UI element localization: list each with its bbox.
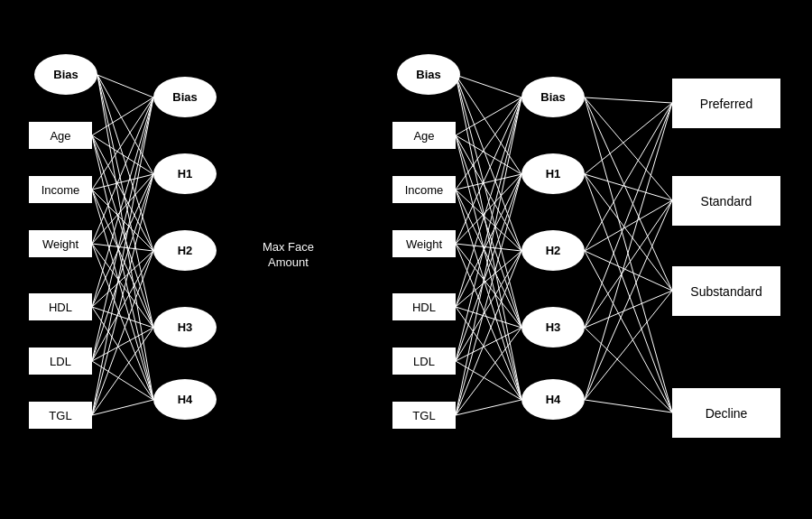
svg-line-44 xyxy=(456,135,521,400)
svg-line-64 xyxy=(456,361,521,400)
c2-bias-label: Bias xyxy=(172,90,197,104)
svg-line-19 xyxy=(92,244,153,400)
svg-line-24 xyxy=(92,307,153,400)
c4-bias-node: Bias xyxy=(397,54,460,95)
svg-line-30 xyxy=(92,97,153,415)
svg-line-52 xyxy=(456,244,521,251)
svg-line-63 xyxy=(456,328,521,361)
svg-line-66 xyxy=(456,174,521,415)
c1-income-node: Income xyxy=(29,176,92,203)
svg-line-17 xyxy=(92,244,153,251)
c6-substandard-node: Substandard xyxy=(672,266,780,316)
svg-line-89 xyxy=(585,400,672,412)
svg-line-11 xyxy=(92,174,153,190)
svg-line-57 xyxy=(456,251,521,307)
c2-h3-node: H3 xyxy=(153,307,217,348)
c4-bias-label: Bias xyxy=(416,68,440,81)
c1-income-label: Income xyxy=(42,183,80,197)
svg-line-83 xyxy=(585,200,672,328)
svg-line-26 xyxy=(92,174,153,361)
svg-line-58 xyxy=(456,307,521,328)
c1-tgl-label: TGL xyxy=(49,409,71,422)
svg-line-4 xyxy=(97,75,153,400)
svg-line-6 xyxy=(92,135,153,174)
svg-line-87 xyxy=(585,200,672,400)
svg-line-20 xyxy=(92,97,153,307)
c1-hdl-label: HDL xyxy=(49,301,72,314)
svg-line-37 xyxy=(456,75,521,251)
c1-weight-label: Weight xyxy=(42,237,78,251)
c4-income-label: Income xyxy=(405,183,444,197)
svg-line-70 xyxy=(585,97,672,103)
c4-hdl-node: HDL xyxy=(392,293,456,320)
svg-line-84 xyxy=(585,291,672,328)
c2-h3-label: H3 xyxy=(178,320,193,334)
svg-line-85 xyxy=(585,328,672,412)
svg-line-45 xyxy=(456,97,521,190)
c5-h1-label: H1 xyxy=(546,167,561,181)
svg-line-14 xyxy=(92,190,153,400)
svg-line-15 xyxy=(92,97,153,244)
svg-line-10 xyxy=(92,97,153,190)
svg-line-41 xyxy=(456,135,521,174)
c4-age-node: Age xyxy=(392,122,456,149)
svg-line-81 xyxy=(585,251,672,412)
svg-line-13 xyxy=(92,190,153,328)
c4-weight-node: Weight xyxy=(392,230,456,257)
svg-line-40 xyxy=(456,97,521,135)
c4-income-node: Income xyxy=(392,176,456,203)
svg-line-75 xyxy=(585,174,672,200)
svg-line-55 xyxy=(456,97,521,307)
svg-line-42 xyxy=(456,135,521,251)
svg-line-59 xyxy=(456,307,521,400)
svg-line-61 xyxy=(456,174,521,361)
svg-line-43 xyxy=(456,135,521,328)
c2-h2-label: H2 xyxy=(178,244,193,257)
c1-hdl-node: HDL xyxy=(29,293,92,320)
c6-substandard-label: Substandard xyxy=(690,284,761,299)
c5-h1-node: H1 xyxy=(521,153,585,194)
c1-age-node: Age xyxy=(29,122,92,149)
c2-h1-node: H1 xyxy=(153,153,217,194)
svg-line-38 xyxy=(456,75,521,328)
svg-line-82 xyxy=(585,103,672,328)
svg-line-77 xyxy=(585,174,672,412)
c5-h4-label: H4 xyxy=(546,393,561,406)
c1-tgl-node: TGL xyxy=(29,402,92,429)
svg-line-56 xyxy=(456,174,521,307)
svg-line-27 xyxy=(92,251,153,361)
svg-line-9 xyxy=(92,135,153,400)
svg-line-72 xyxy=(585,97,672,291)
svg-line-34 xyxy=(92,400,153,415)
c5-h4-node: H4 xyxy=(521,379,585,420)
svg-line-74 xyxy=(585,103,672,174)
svg-line-86 xyxy=(585,103,672,400)
c4-weight-label: Weight xyxy=(406,237,442,251)
c5-h2-node: H2 xyxy=(521,230,585,271)
c2-h4-node: H4 xyxy=(153,379,217,420)
c6-preferred-label: Preferred xyxy=(700,97,752,111)
svg-line-51 xyxy=(456,174,521,244)
c2-h4-label: H4 xyxy=(178,393,193,406)
svg-line-29 xyxy=(92,361,153,400)
svg-line-71 xyxy=(585,97,672,200)
svg-line-32 xyxy=(92,251,153,415)
svg-line-22 xyxy=(92,251,153,307)
c2-h1-label: H1 xyxy=(178,167,193,181)
svg-line-53 xyxy=(456,244,521,328)
svg-line-78 xyxy=(585,103,672,251)
c4-tgl-label: TGL xyxy=(412,409,435,422)
c5-h3-node: H3 xyxy=(521,307,585,348)
svg-line-33 xyxy=(92,328,153,415)
svg-line-2 xyxy=(97,75,153,251)
svg-line-1 xyxy=(97,75,153,174)
svg-line-25 xyxy=(92,97,153,361)
svg-line-0 xyxy=(97,75,153,97)
svg-line-48 xyxy=(456,190,521,328)
c6-decline-label: Decline xyxy=(706,406,748,421)
c1-ldl-label: LDL xyxy=(50,355,71,368)
svg-line-69 xyxy=(456,400,521,415)
svg-line-5 xyxy=(92,97,153,135)
c1-age-label: Age xyxy=(50,129,70,143)
svg-line-79 xyxy=(585,200,672,251)
